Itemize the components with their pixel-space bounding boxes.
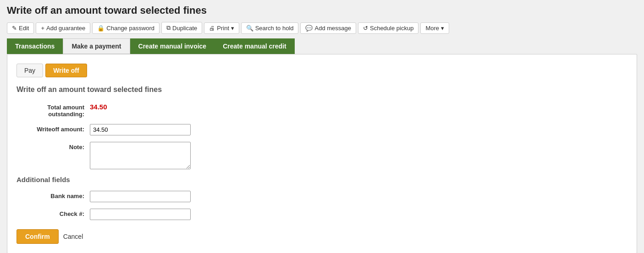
cancel-button[interactable]: Cancel xyxy=(63,233,83,240)
subtab-pay[interactable]: Pay xyxy=(17,64,43,77)
page-wrapper: Write off an amount toward selected fine… xyxy=(0,0,644,253)
confirm-button[interactable]: Confirm xyxy=(17,229,59,244)
edit-button[interactable]: ✎ Edit xyxy=(7,22,34,34)
check-row: Check #: xyxy=(17,209,627,220)
edit-icon: ✎ xyxy=(12,25,17,32)
duplicate-icon: ⧉ xyxy=(166,24,171,32)
bank-name-input[interactable] xyxy=(90,191,191,202)
btn-row: Confirm Cancel xyxy=(17,229,627,244)
tab-create-credit[interactable]: Create manual credit xyxy=(215,38,295,54)
page-title: Write off an amount toward selected fine… xyxy=(7,5,637,16)
search-to-hold-button[interactable]: 🔍 Search to hold xyxy=(241,22,299,34)
more-button[interactable]: More ▾ xyxy=(420,22,449,34)
toolbar: ✎ Edit + Add guarantee 🔒 Change password… xyxy=(7,22,637,34)
change-password-button[interactable]: 🔒 Change password xyxy=(92,22,160,34)
bank-name-row: Bank name: xyxy=(17,191,627,202)
tab-make-payment[interactable]: Make a payment xyxy=(63,38,130,54)
print-icon: 🖨 xyxy=(209,25,215,32)
subtab-writeoff[interactable]: Write off xyxy=(45,64,87,77)
additional-fields-title: Additional fields xyxy=(17,176,627,183)
form-section-title: Write off an amount toward selected fine… xyxy=(17,86,627,94)
check-label: Check #: xyxy=(17,209,90,217)
note-row: Note: xyxy=(17,142,627,169)
total-amount-row: Total amount outstanding: 34.50 xyxy=(17,102,627,118)
total-amount-label: Total amount outstanding: xyxy=(17,102,90,118)
refresh-icon: ↺ xyxy=(363,25,368,32)
plus-icon: + xyxy=(41,25,44,32)
writeoff-amount-row: Writeoff amount: xyxy=(17,124,627,135)
writeoff-amount-input[interactable] xyxy=(90,124,191,135)
search-icon: 🔍 xyxy=(246,25,253,32)
message-icon: 💬 xyxy=(305,25,313,32)
sub-tabs: Pay Write off xyxy=(17,64,627,77)
total-amount-value: 34.50 xyxy=(90,102,107,111)
print-button[interactable]: 🖨 Print ▾ xyxy=(204,22,239,34)
tab-transactions[interactable]: Transactions xyxy=(7,38,63,54)
note-label: Note: xyxy=(17,142,90,151)
writeoff-amount-label: Writeoff amount: xyxy=(17,124,90,133)
note-textarea[interactable] xyxy=(90,142,191,169)
add-message-button[interactable]: 💬 Add message xyxy=(300,22,356,34)
schedule-pickup-button[interactable]: ↺ Schedule pickup xyxy=(358,22,418,34)
tab-create-invoice[interactable]: Create manual invoice xyxy=(130,38,215,54)
tabs-bar: Transactions Make a payment Create manua… xyxy=(7,38,637,54)
main-card: Pay Write off Write off an amount toward… xyxy=(7,54,637,253)
bank-name-label: Bank name: xyxy=(17,191,90,199)
duplicate-button[interactable]: ⧉ Duplicate xyxy=(161,22,202,34)
check-input[interactable] xyxy=(90,209,191,220)
lock-icon: 🔒 xyxy=(97,25,105,32)
add-guarantee-button[interactable]: + Add guarantee xyxy=(36,22,90,34)
